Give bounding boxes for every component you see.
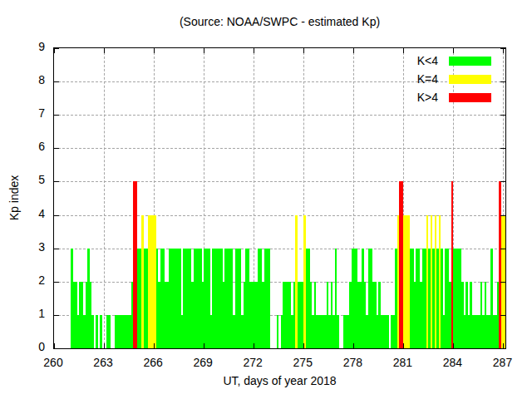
- axis-tick: [500, 348, 505, 349]
- axis-tick: [54, 48, 59, 49]
- axis-tick: [500, 181, 505, 182]
- kp-index-chart: (Source: NOAA/SWPC - estimated Kp) Kp in…: [0, 0, 532, 399]
- legend-label-k-eq-4: K=4: [417, 72, 438, 86]
- axis-tick: [254, 343, 254, 348]
- axis-tick: [303, 343, 304, 348]
- legend-label-k-lt-4: K<4: [417, 54, 438, 67]
- y-tick-label: 9: [3, 40, 45, 53]
- x-tick-label: 269: [193, 356, 212, 369]
- legend-label-k-gt-4: K>4: [417, 91, 438, 104]
- axis-tick: [54, 249, 59, 249]
- x-tick-label: 272: [244, 356, 263, 369]
- chart-title: (Source: NOAA/SWPC - estimated Kp): [53, 15, 506, 28]
- legend-swatch-yellow: [449, 75, 491, 84]
- y-tick-label: 0: [3, 340, 45, 353]
- legend: K<4 K=4 K>4: [417, 52, 491, 106]
- axis-tick: [303, 48, 304, 53]
- axis-tick: [204, 48, 204, 53]
- axis-tick: [500, 81, 505, 82]
- axis-tick: [54, 282, 59, 283]
- axis-tick: [500, 282, 505, 283]
- axis-tick: [403, 48, 404, 53]
- y-tick-label: 5: [3, 173, 45, 186]
- axis-tick: [254, 48, 254, 53]
- axis-tick: [54, 215, 59, 216]
- x-tick-label: 266: [143, 356, 162, 369]
- axis-tick: [403, 343, 404, 348]
- legend-row-k-gt-4: K>4: [417, 88, 491, 106]
- axis-tick: [353, 343, 354, 348]
- axis-tick: [54, 148, 59, 149]
- axis-tick: [104, 343, 105, 348]
- x-tick-label: 284: [443, 356, 462, 369]
- x-tick-label: 275: [293, 356, 313, 369]
- axis-tick: [500, 249, 505, 249]
- y-tick-label: 8: [3, 73, 45, 86]
- axis-tick: [54, 115, 59, 116]
- axis-tick: [500, 115, 505, 116]
- x-tick-label: 287: [493, 356, 512, 369]
- x-tick-label: 281: [393, 356, 412, 369]
- axis-tick: [500, 215, 505, 216]
- x-tick-label: 263: [93, 356, 112, 369]
- axis-tick: [54, 315, 59, 316]
- axis-tick: [154, 48, 155, 53]
- y-tick-label: 6: [3, 140, 45, 153]
- axis-tick: [204, 343, 204, 348]
- y-tick-label: 1: [3, 307, 45, 320]
- legend-swatch-green: [449, 57, 491, 66]
- axis-tick: [353, 48, 354, 53]
- axis-tick: [154, 343, 155, 348]
- legend-row-k-eq-4: K=4: [417, 70, 491, 88]
- axis-tick: [54, 181, 59, 182]
- y-tick-label: 2: [3, 273, 45, 287]
- legend-row-k-lt-4: K<4: [417, 52, 491, 70]
- x-axis-title: UT, days of year 2018: [53, 374, 506, 387]
- y-tick-label: 4: [3, 207, 45, 220]
- axis-tick: [104, 48, 105, 53]
- y-tick-label: 3: [3, 240, 45, 254]
- axis-tick: [500, 48, 505, 49]
- axis-tick: [500, 315, 505, 316]
- axis-tick: [54, 348, 59, 349]
- plot-area: K<4 K=4 K>4: [53, 47, 506, 349]
- axis-tick: [500, 148, 505, 149]
- y-tick-label: 7: [3, 106, 45, 120]
- legend-swatch-red: [449, 93, 491, 102]
- axis-tick: [54, 81, 59, 82]
- x-tick-label: 278: [343, 356, 362, 369]
- x-tick-label: 260: [43, 356, 62, 369]
- axis-tick: [453, 343, 454, 348]
